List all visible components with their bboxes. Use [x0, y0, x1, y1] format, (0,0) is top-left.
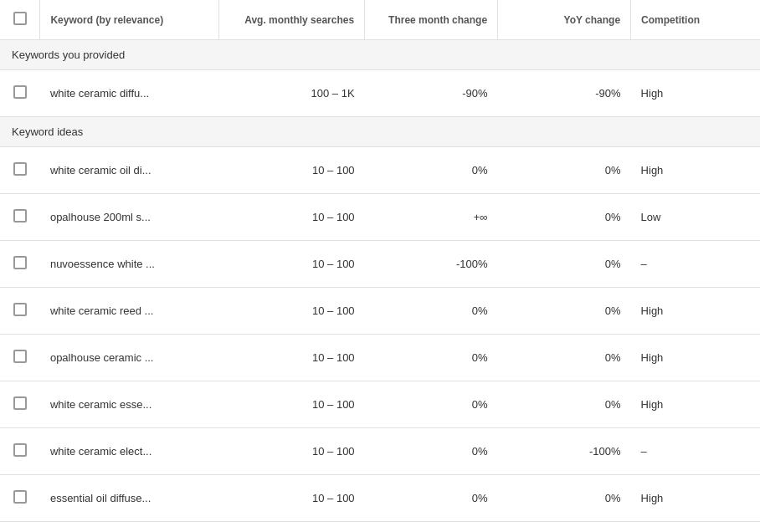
- competition-cell: High: [631, 288, 760, 335]
- three-month-cell: +∞: [365, 194, 498, 241]
- keyword-cell: essential oil diffuse...: [40, 475, 219, 522]
- competition-cell: High: [631, 335, 760, 381]
- avg-searches-cell: 10 – 100: [219, 194, 365, 241]
- table-row: ceramic white diffu... 10 – 100 0% 0% Hi…: [0, 522, 760, 533]
- table-row: opalhouse 200ml s... 10 – 100 +∞ 0% Low: [0, 194, 760, 241]
- header-avg: Avg. monthly searches: [219, 0, 365, 40]
- keyword-cell: white ceramic reed ...: [40, 288, 219, 335]
- avg-searches-cell: 10 – 100: [219, 147, 365, 194]
- three-month-cell: 0%: [365, 288, 498, 335]
- header-yoy: YoY change: [498, 0, 631, 40]
- header-competition: Competition: [631, 0, 760, 40]
- table-row: white ceramic elect... 10 – 100 0% -100%…: [0, 428, 760, 475]
- row-checkbox-cell[interactable]: [0, 194, 40, 241]
- avg-searches-cell: 10 – 100: [219, 288, 365, 335]
- competition-cell: High: [631, 147, 760, 194]
- keyword-cell: white ceramic oil di...: [40, 147, 219, 194]
- keyword-table: Keyword (by relevance) Avg. monthly sear…: [0, 0, 760, 532]
- keyword-cell: white ceramic esse...: [40, 381, 219, 428]
- row-checkbox-cell[interactable]: [0, 475, 40, 522]
- avg-searches-cell: 10 – 100: [219, 241, 365, 288]
- three-month-cell: 0%: [365, 381, 498, 428]
- row-checkbox-cell[interactable]: [0, 70, 40, 117]
- row-checkbox[interactable]: [13, 490, 27, 504]
- yoy-cell: 0%: [498, 381, 631, 428]
- avg-searches-cell: 10 – 100: [219, 428, 365, 475]
- avg-searches-cell: 10 – 100: [219, 335, 365, 381]
- row-checkbox[interactable]: [13, 443, 27, 457]
- row-checkbox-cell[interactable]: [0, 147, 40, 194]
- row-checkbox[interactable]: [13, 256, 27, 269]
- row-checkbox-cell[interactable]: [0, 335, 40, 381]
- row-checkbox-cell[interactable]: [0, 241, 40, 288]
- table-row: white ceramic esse... 10 – 100 0% 0% Hig…: [0, 381, 760, 428]
- competition-cell: High: [631, 475, 760, 522]
- yoy-cell: 0%: [498, 288, 631, 335]
- header-keyword: Keyword (by relevance): [40, 0, 219, 40]
- three-month-cell: 0%: [365, 335, 498, 381]
- row-checkbox-cell[interactable]: [0, 428, 40, 475]
- three-month-cell: 0%: [365, 147, 498, 194]
- competition-cell: High: [631, 70, 760, 117]
- yoy-cell: 0%: [498, 147, 631, 194]
- table-row: white ceramic diffu... 100 – 1K -90% -90…: [0, 70, 760, 117]
- avg-searches-cell: 100 – 1K: [219, 70, 365, 117]
- keyword-cell: nuvoessence white ...: [40, 241, 219, 288]
- row-checkbox-cell[interactable]: [0, 288, 40, 335]
- row-checkbox[interactable]: [13, 396, 27, 410]
- row-checkbox-cell[interactable]: [0, 381, 40, 428]
- avg-searches-cell: 10 – 100: [219, 475, 365, 522]
- header-checkbox-cell[interactable]: [0, 0, 40, 40]
- competition-cell: Low: [631, 194, 760, 241]
- yoy-cell: 0%: [498, 335, 631, 381]
- section-header-1: Keyword ideas: [0, 117, 760, 147]
- table-row: white ceramic oil di... 10 – 100 0% 0% H…: [0, 147, 760, 194]
- yoy-cell: 0%: [498, 241, 631, 288]
- row-checkbox[interactable]: [13, 350, 27, 363]
- section-title: Keyword ideas: [0, 117, 760, 147]
- avg-searches-cell: 10 – 100: [219, 381, 365, 428]
- select-all-checkbox[interactable]: [13, 12, 27, 25]
- competition-cell: –: [631, 428, 760, 475]
- row-checkbox[interactable]: [13, 85, 27, 99]
- keyword-cell: opalhouse 200ml s...: [40, 194, 219, 241]
- section-header-0: Keywords you provided: [0, 40, 760, 70]
- competition-cell: –: [631, 241, 760, 288]
- keyword-cell: opalhouse ceramic ...: [40, 335, 219, 381]
- row-checkbox[interactable]: [13, 303, 27, 316]
- table-row: nuvoessence white ... 10 – 100 -100% 0% …: [0, 241, 760, 288]
- three-month-cell: 0%: [365, 428, 498, 475]
- keyword-cell: white ceramic diffu...: [40, 70, 219, 117]
- competition-cell: High: [631, 522, 760, 533]
- yoy-cell: 0%: [498, 475, 631, 522]
- yoy-cell: 0%: [498, 194, 631, 241]
- row-checkbox-cell[interactable]: [0, 522, 40, 533]
- keyword-cell: white ceramic elect...: [40, 428, 219, 475]
- three-month-cell: 0%: [365, 522, 498, 533]
- three-month-cell: -100%: [365, 241, 498, 288]
- row-checkbox[interactable]: [13, 162, 27, 176]
- yoy-cell: 0%: [498, 522, 631, 533]
- header-three-month: Three month change: [365, 0, 498, 40]
- row-checkbox[interactable]: [13, 209, 27, 223]
- section-title: Keywords you provided: [0, 40, 760, 70]
- three-month-cell: 0%: [365, 475, 498, 522]
- yoy-cell: -90%: [498, 70, 631, 117]
- keyword-cell: ceramic white diffu...: [40, 522, 219, 533]
- table-row: white ceramic reed ... 10 – 100 0% 0% Hi…: [0, 288, 760, 335]
- competition-cell: High: [631, 381, 760, 428]
- yoy-cell: -100%: [498, 428, 631, 475]
- avg-searches-cell: 10 – 100: [219, 522, 365, 533]
- table-row: essential oil diffuse... 10 – 100 0% 0% …: [0, 475, 760, 522]
- three-month-cell: -90%: [365, 70, 498, 117]
- table-row: opalhouse ceramic ... 10 – 100 0% 0% Hig…: [0, 335, 760, 381]
